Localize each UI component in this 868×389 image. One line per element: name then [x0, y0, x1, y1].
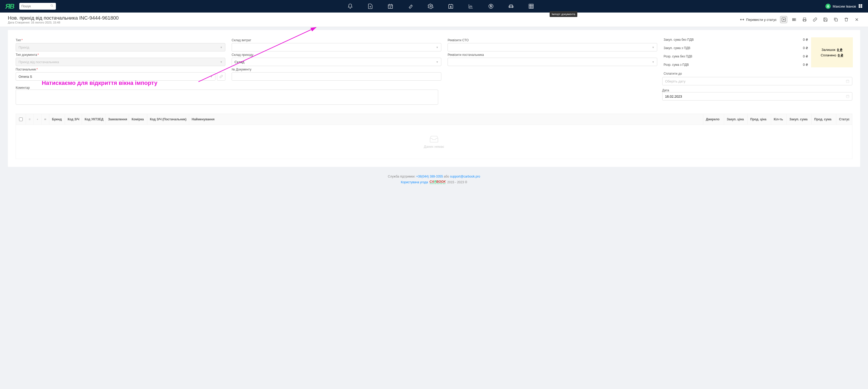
pay-until-input[interactable]: Оберіть дату	[662, 77, 852, 85]
supplier-link-button[interactable]	[217, 72, 225, 81]
svg-point-5	[450, 6, 451, 7]
svg-point-8	[512, 6, 512, 7]
calendar-check-icon[interactable]	[388, 3, 393, 9]
svg-rect-18	[846, 95, 849, 98]
barcode-button[interactable]	[791, 16, 798, 23]
gear-icon[interactable]	[428, 3, 433, 9]
main-card: Залишок 0 ₴ Сплачено 0 ₴ Тип* Прихід▼ Ти…	[8, 30, 860, 167]
form-grid: Тип* Прихід▼ Тип документа* Прихід від п…	[16, 38, 852, 81]
logo: ЯB	[5, 2, 14, 10]
svg-rect-14	[861, 6, 862, 7]
import-button[interactable]	[780, 16, 787, 23]
grid-icon[interactable]: Імпорт документа	[528, 3, 534, 9]
bell-icon[interactable]	[347, 3, 353, 9]
svg-rect-4	[448, 5, 453, 9]
supplier-req-label: Реквізити постачальника	[447, 53, 657, 57]
svg-point-3	[430, 5, 431, 7]
doc-type-select[interactable]: Прихід від постачальника▼	[16, 58, 225, 66]
svg-point-7	[509, 6, 510, 7]
wrench-icon[interactable]	[408, 3, 413, 9]
footer: Служба підтримки: +38(044) 389-3355 або …	[8, 167, 860, 190]
svg-rect-11	[859, 4, 860, 6]
apps-icon[interactable]	[858, 4, 863, 9]
date-label: Дата	[662, 89, 852, 92]
expense-store-label: Склад витрат	[231, 38, 441, 42]
footer-agreement[interactable]: Користувача угода	[401, 181, 428, 184]
svg-rect-12	[861, 4, 862, 6]
sto-req-label: Реквізити СТО	[447, 38, 657, 42]
svg-point-0	[51, 4, 53, 6]
table-header: Бренд Код З/Ч Код УКТЗЕД Замовлення Комі…	[16, 114, 852, 125]
sub-header: Нов. прихід від постачальника INC-9444-9…	[0, 12, 868, 27]
footer-phone[interactable]: +38(044) 389-3355	[416, 175, 443, 178]
contact-icon[interactable]	[448, 3, 454, 9]
svg-point-10	[828, 5, 829, 6]
plus-icon[interactable]	[34, 114, 41, 125]
user-name: Максим Іванов	[833, 4, 856, 8]
svg-rect-9	[529, 4, 533, 9]
svg-rect-17	[846, 80, 849, 83]
balance-panel: Залишок 0 ₴ Сплачено 0 ₴	[811, 37, 853, 67]
user-area[interactable]: Максим Іванов	[826, 4, 863, 9]
file-plus-icon[interactable]	[367, 3, 373, 9]
search-icon[interactable]	[50, 4, 54, 9]
page-title: Нов. прихід від постачальника INC-9444-9…	[8, 15, 119, 21]
select-all-checkbox[interactable]	[19, 118, 23, 121]
barcode-icon[interactable]	[41, 114, 49, 125]
svg-rect-16	[835, 19, 837, 21]
supplier-req-select[interactable]: ▼	[447, 58, 657, 66]
svg-rect-13	[859, 6, 860, 7]
footer-email[interactable]: support@carbook.pro	[450, 175, 480, 178]
type-select[interactable]: Прихід▼	[16, 43, 225, 52]
svg-line-1	[52, 6, 53, 7]
close-button[interactable]	[854, 16, 860, 23]
print-button[interactable]	[801, 16, 808, 23]
type-label: Тип*	[16, 38, 225, 42]
header-actions: Перевести у статус	[740, 16, 860, 23]
tooltip-import: Імпорт документа	[550, 11, 577, 17]
date-input[interactable]: 16.02.2023	[662, 92, 852, 100]
chart-icon[interactable]	[468, 3, 474, 9]
top-header: ЯB Імпорт документа Максим Іванов	[0, 0, 868, 12]
top-nav-icons: Імпорт документа	[61, 3, 820, 9]
avatar	[826, 4, 831, 9]
list-icon[interactable]	[26, 114, 34, 125]
supplier-label: Постачальник*	[16, 68, 225, 71]
expense-store-select[interactable]: ▼	[231, 43, 441, 52]
copy-button[interactable]	[833, 16, 839, 23]
items-table: Бренд Код З/Ч Код УКТЗЕД Замовлення Комі…	[16, 114, 852, 159]
search-box[interactable]	[19, 3, 56, 10]
doc-number-label: № Документу	[231, 68, 441, 71]
income-store-select[interactable]: Склад▼	[231, 58, 441, 66]
dollar-icon[interactable]	[488, 3, 494, 9]
income-store-label: Склад приходу	[231, 53, 441, 57]
comment-label: Коментар	[16, 86, 438, 90]
doc-number-input[interactable]	[231, 72, 441, 81]
status-change[interactable]: Перевести у статус	[740, 17, 777, 22]
sto-req-select[interactable]: ▼	[447, 43, 657, 52]
delete-button[interactable]	[843, 16, 850, 23]
car-icon[interactable]	[508, 3, 514, 9]
link-button[interactable]	[812, 16, 818, 23]
svg-rect-2	[388, 5, 393, 9]
pay-until-label: Сплатити до	[663, 72, 808, 75]
annotation-text: Натискаємо для відкриття вікна імпорту	[42, 79, 157, 87]
save-button[interactable]	[822, 16, 829, 23]
comment-textarea[interactable]	[16, 90, 438, 105]
footer-brand: CAЯBOOK cause we love the cars	[430, 180, 446, 184]
table-empty-state: Даних немає	[16, 125, 852, 159]
search-input[interactable]	[22, 4, 50, 8]
doc-type-label: Тип документа*	[16, 53, 225, 57]
page-subtitle: Дата Створення: 16 лютого 2023, 15:48	[8, 21, 119, 24]
main-area: Залишок 0 ₴ Сплачено 0 ₴ Тип* Прихід▼ Ти…	[0, 27, 868, 197]
